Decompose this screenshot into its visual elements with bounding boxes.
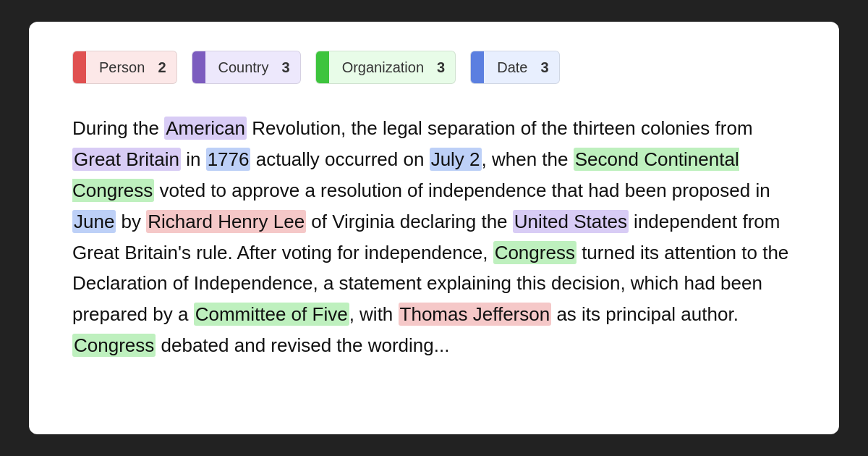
entity-american[interactable]: American [164,117,247,140]
main-card: Person 2 Country 3 Organization 3 Date 3… [29,22,839,434]
country-count: 3 [282,59,300,76]
person-count: 2 [158,59,176,76]
country-swatch [192,51,205,83]
country-label: Country [205,54,282,82]
organization-count: 3 [437,59,455,76]
legend-row: Person 2 Country 3 Organization 3 Date 3 [72,51,796,84]
entity-1776[interactable]: 1776 [206,148,251,171]
date-label: Date [484,54,540,82]
date-swatch [471,51,484,83]
passage-text: During the American Revolution, the lega… [72,113,796,361]
organization-swatch [316,51,329,83]
person-swatch [73,51,86,83]
legend-item-organization[interactable]: Organization 3 [315,51,456,84]
legend-item-country[interactable]: Country 3 [192,51,301,84]
entity-june[interactable]: June [72,210,116,233]
entity-committee-of-five[interactable]: Committee of Five [194,303,349,326]
entity-richard-henry-lee[interactable]: Richard Henry Lee [146,210,306,233]
entity-great-britain-1[interactable]: Great Britain [72,148,181,171]
legend-item-date[interactable]: Date 3 [470,51,559,84]
entity-congress-1[interactable]: Congress [493,241,576,264]
entity-thomas-jefferson[interactable]: Thomas Jefferson [399,303,552,326]
date-count: 3 [540,59,558,76]
entity-congress-2[interactable]: Congress [72,334,156,357]
person-label: Person [86,54,158,82]
organization-label: Organization [329,54,437,82]
legend-item-person[interactable]: Person 2 [72,51,177,84]
entity-july-2[interactable]: July 2 [430,148,482,171]
entity-united-states[interactable]: United States [513,210,629,233]
